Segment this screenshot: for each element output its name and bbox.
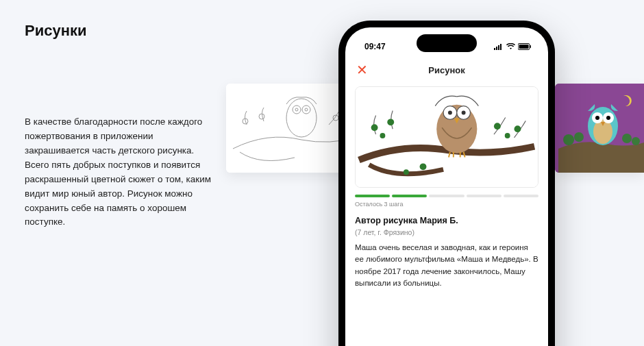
battery-icon: [518, 43, 532, 50]
owl-drawing-icon: [356, 87, 538, 187]
progress-segment: [467, 195, 501, 197]
progress-segment: [392, 195, 427, 197]
thumbnail-painted: [555, 84, 644, 173]
author-title: Автор рисунка Мария Б.: [355, 216, 538, 225]
owl-painted-icon: [555, 84, 644, 173]
svg-rect-26: [519, 45, 529, 49]
svg-point-20: [606, 116, 610, 120]
signal-icon: [494, 43, 504, 50]
svg-point-33: [515, 125, 521, 132]
svg-point-13: [622, 134, 632, 143]
svg-point-30: [387, 119, 394, 125]
svg-point-36: [404, 169, 409, 175]
svg-rect-22: [496, 47, 497, 50]
nav-bar: ✕ Рисунок: [345, 56, 548, 84]
close-icon[interactable]: ✕: [356, 62, 370, 78]
svg-rect-23: [498, 45, 499, 50]
svg-rect-27: [530, 45, 532, 48]
svg-point-19: [595, 116, 599, 120]
page-description: В качестве благодарности после каждого п…: [25, 115, 216, 230]
svg-point-12: [574, 132, 584, 142]
svg-point-31: [380, 133, 385, 138]
svg-rect-24: [500, 44, 501, 50]
progress-bar: [355, 195, 538, 197]
nav-title: Рисунок: [345, 65, 548, 75]
progress-segment: [355, 195, 390, 197]
svg-rect-21: [494, 48, 495, 50]
status-time: 09:47: [364, 42, 386, 51]
svg-point-29: [371, 124, 378, 131]
drawing-preview: [355, 86, 538, 188]
svg-point-32: [494, 123, 501, 129]
phone-mockup: 09:47 ✕ Рисунок: [338, 21, 555, 346]
author-meta: (7 лет, г. Фрязино): [355, 228, 538, 236]
svg-point-34: [505, 133, 510, 138]
author-description: Маша очень веселая и заводная, как и гер…: [355, 242, 538, 289]
progress-segment: [504, 195, 538, 197]
svg-point-40: [448, 111, 452, 115]
dynamic-island: [417, 34, 477, 52]
svg-point-41: [462, 111, 466, 115]
svg-point-11: [563, 134, 574, 145]
svg-point-14: [632, 137, 640, 145]
progress-label: Осталось 3 шага: [355, 201, 538, 208]
page-title: Рисунки: [25, 22, 216, 40]
progress-segment: [429, 195, 464, 197]
svg-point-35: [420, 163, 427, 170]
wifi-icon: [506, 43, 515, 50]
